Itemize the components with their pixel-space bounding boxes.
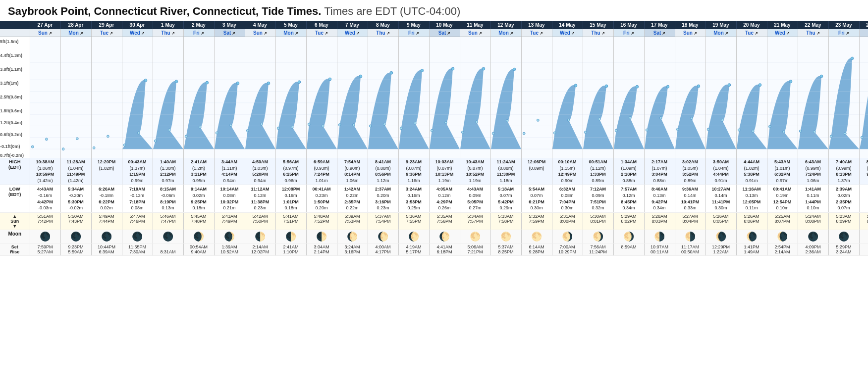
day-link-13[interactable]: Sat bbox=[438, 30, 446, 36]
day-header-20[interactable]: Sat↗ bbox=[644, 29, 675, 37]
day-header-18[interactable]: Thu↗ bbox=[583, 29, 613, 37]
date-link-5[interactable]: 2 May bbox=[192, 22, 206, 28]
date-link-19[interactable]: 16 May bbox=[620, 22, 637, 28]
day-header-23[interactable]: Tue↗ bbox=[736, 29, 767, 37]
date-header-6[interactable]: 3 May bbox=[214, 21, 245, 29]
date-header-24[interactable]: 21 May bbox=[767, 21, 798, 29]
day-header-27[interactable]: Sat↗ bbox=[859, 29, 868, 37]
day-link-22[interactable]: Mon bbox=[713, 30, 724, 36]
date-header-14[interactable]: 11 May bbox=[460, 21, 490, 29]
day-header-3[interactable]: Wed↗ bbox=[122, 29, 153, 37]
date-link-3[interactable]: 30 Apr bbox=[130, 22, 145, 28]
date-header-9[interactable]: 6 May bbox=[306, 21, 337, 29]
date-link-10[interactable]: 7 May bbox=[345, 22, 359, 28]
date-header-16[interactable]: 13 May bbox=[521, 21, 552, 29]
date-header-11[interactable]: 8 May bbox=[368, 21, 398, 29]
day-header-11[interactable]: Thu↗ bbox=[368, 29, 398, 37]
date-link-9[interactable]: 6 May bbox=[315, 22, 328, 28]
day-header-8[interactable]: Mon↗ bbox=[275, 29, 306, 37]
day-header-10[interactable]: Wed↗ bbox=[337, 29, 368, 37]
day-header-1[interactable]: Mon↗ bbox=[60, 29, 91, 37]
day-link-21[interactable]: Sun bbox=[683, 30, 693, 36]
date-link-20[interactable]: 17 May bbox=[651, 22, 667, 28]
day-header-24[interactable]: Wed↗ bbox=[767, 29, 798, 37]
date-link-17[interactable]: 14 May bbox=[559, 22, 575, 28]
date-header-19[interactable]: 16 May bbox=[613, 21, 644, 29]
day-header-13[interactable]: Sat↗ bbox=[429, 29, 460, 37]
day-link-8[interactable]: Mon bbox=[283, 30, 294, 36]
day-link-17[interactable]: Wed bbox=[560, 30, 570, 36]
day-header-12[interactable]: Fri↗ bbox=[398, 29, 429, 37]
date-link-26[interactable]: 23 May bbox=[835, 22, 852, 28]
date-link-0[interactable]: 27 Apr bbox=[38, 22, 53, 28]
day-link-16[interactable]: Tue bbox=[530, 30, 539, 36]
date-header-5[interactable]: 2 May bbox=[183, 21, 214, 29]
day-header-4[interactable]: Thu↗ bbox=[153, 29, 183, 37]
date-header-17[interactable]: 14 May bbox=[552, 21, 583, 29]
day-link-14[interactable]: Sun bbox=[468, 30, 478, 36]
date-link-4[interactable]: 1 May bbox=[161, 22, 175, 28]
date-link-11[interactable]: 8 May bbox=[376, 22, 390, 28]
day-header-15[interactable]: Mon↗ bbox=[490, 29, 521, 37]
date-link-6[interactable]: 3 May bbox=[222, 22, 236, 28]
date-link-1[interactable]: 28 Apr bbox=[68, 22, 84, 28]
date-link-21[interactable]: 18 May bbox=[682, 22, 698, 28]
day-link-5[interactable]: Fri bbox=[193, 30, 200, 36]
date-header-20[interactable]: 17 May bbox=[644, 21, 675, 29]
date-link-25[interactable]: 22 May bbox=[805, 22, 821, 28]
day-link-1[interactable]: Mon bbox=[68, 30, 79, 36]
date-header-25[interactable]: 22 May bbox=[798, 21, 828, 29]
date-header-10[interactable]: 7 May bbox=[337, 21, 368, 29]
day-header-14[interactable]: Sun↗ bbox=[460, 29, 490, 37]
day-header-6[interactable]: Sat↗ bbox=[214, 29, 245, 37]
date-link-12[interactable]: 9 May bbox=[407, 22, 421, 28]
date-header-0[interactable]: 27 Apr bbox=[30, 21, 60, 29]
day-link-2[interactable]: Tue bbox=[100, 30, 108, 36]
day-header-7[interactable]: Sun↗ bbox=[245, 29, 275, 37]
date-link-23[interactable]: 20 May bbox=[743, 22, 760, 28]
date-link-27[interactable]: 24 May bbox=[866, 22, 868, 28]
day-header-0[interactable]: Sun↗ bbox=[30, 29, 60, 37]
date-header-4[interactable]: 1 May bbox=[153, 21, 183, 29]
day-header-19[interactable]: Fri↗ bbox=[613, 29, 644, 37]
date-link-22[interactable]: 19 May bbox=[712, 22, 729, 28]
day-header-9[interactable]: Tue↗ bbox=[306, 29, 337, 37]
day-link-19[interactable]: Fri bbox=[623, 30, 630, 36]
date-header-7[interactable]: 4 May bbox=[245, 21, 275, 29]
day-link-9[interactable]: Tue bbox=[315, 30, 324, 36]
day-link-11[interactable]: Thu bbox=[376, 30, 385, 36]
date-link-7[interactable]: 4 May bbox=[253, 22, 267, 28]
date-header-22[interactable]: 19 May bbox=[705, 21, 736, 29]
date-header-1[interactable]: 28 Apr bbox=[60, 21, 91, 29]
date-link-15[interactable]: 12 May bbox=[497, 22, 514, 28]
date-header-27[interactable]: 24 May bbox=[859, 21, 868, 29]
day-link-12[interactable]: Fri bbox=[408, 30, 415, 36]
date-header-2[interactable]: 29 Apr bbox=[91, 21, 122, 29]
day-link-3[interactable]: Wed bbox=[130, 30, 140, 36]
date-link-13[interactable]: 10 May bbox=[436, 22, 452, 28]
date-link-14[interactable]: 11 May bbox=[467, 22, 483, 28]
day-link-20[interactable]: Sat bbox=[653, 30, 661, 36]
day-link-0[interactable]: Sun bbox=[38, 30, 48, 36]
date-link-8[interactable]: 5 May bbox=[284, 22, 298, 28]
date-header-18[interactable]: 15 May bbox=[583, 21, 613, 29]
day-link-7[interactable]: Sun bbox=[253, 30, 263, 36]
date-header-26[interactable]: 23 May bbox=[828, 21, 859, 29]
day-link-18[interactable]: Thu bbox=[591, 30, 600, 36]
day-link-25[interactable]: Thu bbox=[806, 30, 815, 36]
day-link-10[interactable]: Wed bbox=[345, 30, 355, 36]
day-link-4[interactable]: Thu bbox=[161, 30, 170, 36]
day-header-16[interactable]: Tue↗ bbox=[521, 29, 552, 37]
date-header-3[interactable]: 30 Apr bbox=[122, 21, 153, 29]
day-link-26[interactable]: Fri bbox=[838, 30, 845, 36]
day-header-17[interactable]: Wed↗ bbox=[552, 29, 583, 37]
date-header-15[interactable]: 12 May bbox=[490, 21, 521, 29]
day-header-2[interactable]: Tue↗ bbox=[91, 29, 122, 37]
date-header-13[interactable]: 10 May bbox=[429, 21, 460, 29]
day-link-23[interactable]: Tue bbox=[745, 30, 754, 36]
day-header-25[interactable]: Thu↗ bbox=[798, 29, 828, 37]
date-header-12[interactable]: 9 May bbox=[398, 21, 429, 29]
date-link-2[interactable]: 29 Apr bbox=[99, 22, 114, 28]
day-link-24[interactable]: Wed bbox=[775, 30, 785, 36]
day-link-15[interactable]: Mon bbox=[498, 30, 509, 36]
